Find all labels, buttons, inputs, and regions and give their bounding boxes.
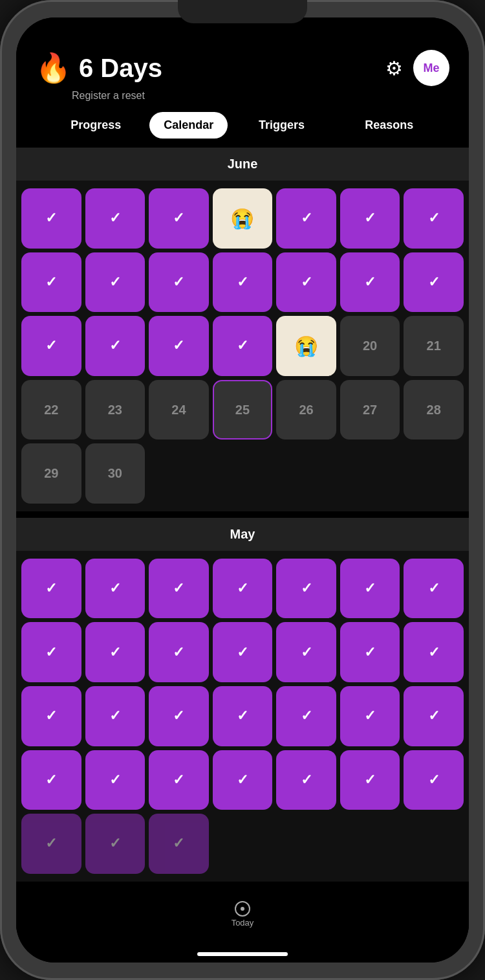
today-indicator: Today bbox=[232, 901, 254, 928]
may-cell-31[interactable]: ✓ bbox=[149, 814, 209, 874]
may-empty-3 bbox=[340, 814, 400, 874]
may-cell-1[interactable]: ✓ bbox=[21, 559, 81, 619]
may-cell-30[interactable]: ✓ bbox=[85, 814, 146, 874]
days-count: 6 Days bbox=[79, 54, 162, 83]
june-cell-reset2[interactable]: 😭 bbox=[276, 316, 336, 376]
june-cell-15[interactable]: ✓ bbox=[21, 316, 81, 376]
home-bar bbox=[16, 943, 469, 963]
june-cell-5[interactable]: ✓ bbox=[276, 188, 336, 249]
june-cell-24[interactable]: 24 bbox=[149, 380, 209, 440]
may-cell-15[interactable]: ✓ bbox=[21, 686, 81, 746]
may-cell-19[interactable]: ✓ bbox=[276, 686, 336, 746]
june-empty-5 bbox=[404, 443, 464, 504]
may-cell-10[interactable]: ✓ bbox=[149, 622, 209, 682]
notch bbox=[178, 0, 307, 23]
june-grid: ✓ ✓ ✓ 😭 ✓ ✓ ✓ ✓ ✓ ✓ ✓ ✓ ✓ ✓ ✓ bbox=[16, 181, 469, 511]
june-cell-25[interactable]: 25 bbox=[213, 380, 273, 440]
may-cell-21[interactable]: ✓ bbox=[404, 686, 464, 746]
june-cell-2[interactable]: ✓ bbox=[85, 188, 146, 249]
header: 🔥 6 Days ⚙ Me Register a reset Progress … bbox=[16, 17, 469, 148]
may-cell-26[interactable]: ✓ bbox=[276, 750, 336, 810]
june-cell-12[interactable]: ✓ bbox=[276, 252, 336, 313]
may-empty-1 bbox=[213, 814, 273, 874]
tab-triggers[interactable]: Triggers bbox=[228, 112, 335, 139]
gear-icon[interactable]: ⚙ bbox=[385, 57, 403, 80]
june-empty-4 bbox=[340, 443, 400, 504]
june-cell-21[interactable]: 21 bbox=[404, 316, 464, 376]
may-cell-18[interactable]: ✓ bbox=[213, 686, 273, 746]
may-cell-9[interactable]: ✓ bbox=[85, 622, 146, 682]
june-cell-13[interactable]: ✓ bbox=[340, 252, 400, 313]
may-cell-4[interactable]: ✓ bbox=[213, 559, 273, 619]
may-empty-4 bbox=[404, 814, 464, 874]
may-cell-7[interactable]: ✓ bbox=[404, 559, 464, 619]
june-cell-reset1[interactable]: 😭 bbox=[213, 188, 273, 249]
june-cell-17[interactable]: ✓ bbox=[149, 316, 209, 376]
may-cell-28[interactable]: ✓ bbox=[404, 750, 464, 810]
may-cell-17[interactable]: ✓ bbox=[149, 686, 209, 746]
may-cell-6[interactable]: ✓ bbox=[340, 559, 400, 619]
reset-link[interactable]: Register a reset bbox=[72, 90, 449, 102]
may-cell-3[interactable]: ✓ bbox=[149, 559, 209, 619]
june-cell-26[interactable]: 26 bbox=[276, 380, 336, 440]
june-cell-10[interactable]: ✓ bbox=[149, 252, 209, 313]
scroll-content[interactable]: June ✓ ✓ ✓ 😭 ✓ ✓ ✓ ✓ ✓ ✓ ✓ ✓ ✓ bbox=[16, 148, 469, 943]
june-header: June bbox=[16, 148, 469, 181]
june-cell-27[interactable]: 27 bbox=[340, 380, 400, 440]
june-cell-1[interactable]: ✓ bbox=[21, 188, 81, 249]
may-cell-23[interactable]: ✓ bbox=[85, 750, 146, 810]
june-cell-30[interactable]: 30 bbox=[85, 443, 146, 504]
may-cell-11[interactable]: ✓ bbox=[213, 622, 273, 682]
may-cell-25[interactable]: ✓ bbox=[213, 750, 273, 810]
home-indicator bbox=[197, 952, 288, 956]
may-cell-12[interactable]: ✓ bbox=[276, 622, 336, 682]
may-cell-27[interactable]: ✓ bbox=[340, 750, 400, 810]
june-cell-28[interactable]: 28 bbox=[404, 380, 464, 440]
tabs: Progress Calendar Triggers Reasons bbox=[36, 112, 449, 139]
may-cell-8[interactable]: ✓ bbox=[21, 622, 81, 682]
may-cell-14[interactable]: ✓ bbox=[404, 622, 464, 682]
tab-calendar[interactable]: Calendar bbox=[149, 112, 228, 139]
june-cell-23[interactable]: 23 bbox=[85, 380, 146, 440]
phone-frame: 🔥 6 Days ⚙ Me Register a reset Progress … bbox=[0, 0, 485, 980]
today-label: Today bbox=[232, 918, 254, 928]
may-cell-16[interactable]: ✓ bbox=[85, 686, 146, 746]
june-cell-11[interactable]: ✓ bbox=[213, 252, 273, 313]
tab-progress[interactable]: Progress bbox=[42, 112, 149, 139]
june-empty-1 bbox=[149, 443, 209, 504]
screen: 🔥 6 Days ⚙ Me Register a reset Progress … bbox=[16, 17, 469, 963]
june-cell-14[interactable]: ✓ bbox=[404, 252, 464, 313]
may-cell-5[interactable]: ✓ bbox=[276, 559, 336, 619]
may-cell-20[interactable]: ✓ bbox=[340, 686, 400, 746]
may-cell-13[interactable]: ✓ bbox=[340, 622, 400, 682]
today-dot-icon bbox=[235, 901, 250, 917]
today-bar[interactable]: Today bbox=[16, 898, 469, 930]
may-cell-24[interactable]: ✓ bbox=[149, 750, 209, 810]
june-cell-22[interactable]: 22 bbox=[21, 380, 81, 440]
june-cell-7[interactable]: ✓ bbox=[404, 188, 464, 249]
june-cell-18[interactable]: ✓ bbox=[213, 316, 273, 376]
header-left: 🔥 6 Days bbox=[36, 54, 162, 83]
may-cell-22[interactable]: ✓ bbox=[21, 750, 81, 810]
tab-reasons[interactable]: Reasons bbox=[336, 112, 443, 139]
june-empty-3 bbox=[276, 443, 336, 504]
june-cell-6[interactable]: ✓ bbox=[340, 188, 400, 249]
june-cell-16[interactable]: ✓ bbox=[85, 316, 146, 376]
june-cell-3[interactable]: ✓ bbox=[149, 188, 209, 249]
may-cell-2[interactable]: ✓ bbox=[85, 559, 146, 619]
june-section: June ✓ ✓ ✓ 😭 ✓ ✓ ✓ ✓ ✓ ✓ ✓ ✓ ✓ bbox=[16, 148, 469, 511]
june-cell-29[interactable]: 29 bbox=[21, 443, 81, 504]
may-section: May ✓ ✓ ✓ ✓ ✓ ✓ ✓ ✓ ✓ ✓ ✓ ✓ ✓ bbox=[16, 518, 469, 882]
may-empty-2 bbox=[276, 814, 336, 874]
june-cell-20[interactable]: 20 bbox=[340, 316, 400, 376]
june-cell-9[interactable]: ✓ bbox=[85, 252, 146, 313]
flame-icon: 🔥 bbox=[36, 54, 71, 82]
may-header: May bbox=[16, 518, 469, 551]
avatar[interactable]: Me bbox=[413, 50, 449, 86]
may-grid: ✓ ✓ ✓ ✓ ✓ ✓ ✓ ✓ ✓ ✓ ✓ ✓ ✓ ✓ ✓ bbox=[16, 551, 469, 882]
header-right: ⚙ Me bbox=[385, 50, 449, 86]
header-top: 🔥 6 Days ⚙ Me bbox=[36, 50, 449, 86]
june-empty-2 bbox=[213, 443, 273, 504]
june-cell-8[interactable]: ✓ bbox=[21, 252, 81, 313]
may-cell-29[interactable]: ✓ bbox=[21, 814, 81, 874]
